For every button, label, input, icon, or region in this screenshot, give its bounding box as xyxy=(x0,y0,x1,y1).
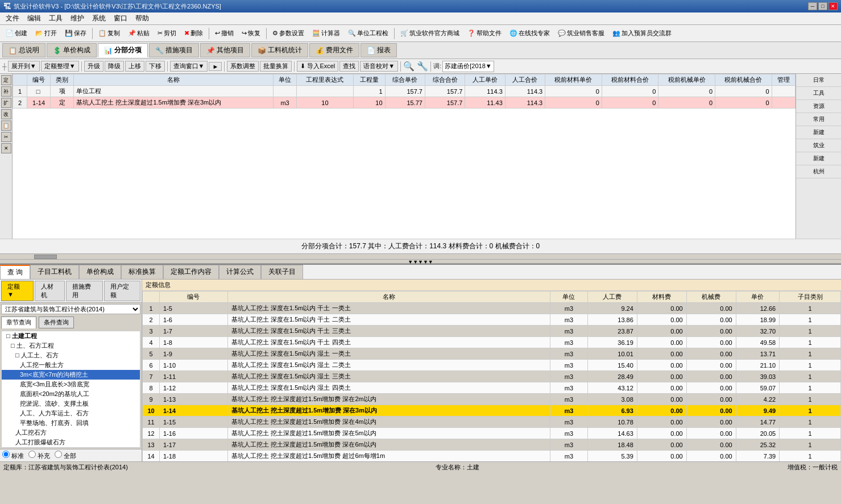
bottom-tab-content[interactable]: 定额工作内容 xyxy=(163,265,219,279)
right-panel-zhuye[interactable]: 筑业 xyxy=(796,139,841,152)
speech-btn[interactable]: 语音校对▼ xyxy=(360,61,398,72)
row1-totalprice[interactable]: 157.7 xyxy=(425,86,465,97)
right-panel-tools[interactable]: 工具 xyxy=(796,87,841,100)
icon-btn1[interactable]: 🔍 xyxy=(403,61,415,72)
menu-file[interactable]: 文件 xyxy=(2,13,23,24)
sidebar-icon-4[interactable]: 改 xyxy=(1,109,11,119)
coeff-adjust-btn[interactable]: 系数调整 xyxy=(227,61,259,72)
quota-table-row[interactable]: 5 1-9 基坑人工挖土 深度在1.5m以内 湿土 一类土 m3 10.01 0… xyxy=(143,348,841,360)
collapse-handle[interactable]: ▼▼▼▼▼ xyxy=(0,259,841,264)
qrow-code[interactable]: 1-9 xyxy=(160,348,228,360)
tree-item-soil-eng[interactable]: □ 土建工程 xyxy=(2,331,140,341)
expand-to-btn[interactable]: 展开到▼ xyxy=(8,61,40,72)
quota-table-row[interactable]: 12 1-16 基坑人工挖土 挖土深度超过1.5m增加费 深在5m以内 m3 1… xyxy=(143,428,841,439)
mall-button[interactable]: 🛒 筑业软件官方商城 xyxy=(397,27,463,39)
condition-search-tab[interactable]: 条件查询 xyxy=(39,316,74,328)
row2-type[interactable]: 定 xyxy=(51,97,74,109)
bottom-tab-exchange[interactable]: 标准换算 xyxy=(121,265,163,279)
chapter-search-tab[interactable]: 章节查询 xyxy=(1,316,36,328)
qrow-name[interactable]: 基坑人工挖土 挖土深度超过1.5m增加费 深在4m以内 xyxy=(227,416,550,428)
tab-report[interactable]: 📄 报表 xyxy=(361,43,397,57)
qrow-code[interactable]: 1-6 xyxy=(160,314,228,326)
calc-button[interactable]: 🧮 计算器 xyxy=(309,27,343,39)
menu-tools[interactable]: 工具 xyxy=(45,13,66,24)
menu-window[interactable]: 窗口 xyxy=(110,13,131,24)
qrow-code[interactable]: 1-15 xyxy=(160,416,228,428)
service-button[interactable]: 💬 筑业销售客服 xyxy=(554,27,608,39)
qrow-name[interactable]: 基坑人工挖土 深度在1.5m以内 湿土 三类土 xyxy=(227,371,550,382)
qrow-name[interactable]: 基坑人工挖土 深度在1.5m以内 干土 四类土 xyxy=(227,337,550,348)
row2-formula[interactable]: 10 xyxy=(297,97,354,109)
quota-table-row[interactable]: 1 1-5 基坑人工挖土 深度在1.5m以内 干土 一类土 m3 9.24 0.… xyxy=(143,303,841,314)
quota-table-row[interactable]: 10 1-14 基坑人工挖土 挖土深度超过1.5m增加费 深在3m以内 m3 6… xyxy=(143,405,841,416)
qrow-name[interactable]: 基坑人工挖土 深度在1.5m以内 湿土 一类土 xyxy=(227,348,550,360)
qrow-code[interactable]: 1-5 xyxy=(160,303,228,314)
row2-qty[interactable]: 10 xyxy=(353,97,385,109)
tree-item-transport[interactable]: 人工、人力车运土、石方 xyxy=(2,409,140,418)
sidebar-icon-2[interactable]: 补 xyxy=(1,86,11,97)
row1-labortotal[interactable]: 114.3 xyxy=(505,86,545,97)
qrow-code[interactable]: 1-11 xyxy=(160,371,228,382)
tree-item-manual[interactable]: □ 人工土、石方 xyxy=(2,351,140,360)
row1-mattotal[interactable]: 0 xyxy=(602,86,658,97)
helpfile-button[interactable]: ❓ 帮助文件 xyxy=(464,27,505,39)
qrow-name[interactable]: 基坑人工挖土 深度在1.5m以内 干土 三类土 xyxy=(227,326,550,337)
qrow-name[interactable]: 基坑人工挖土 深度在1.5m以内 湿土 二类土 xyxy=(227,360,550,371)
tree-item-blast[interactable]: 人工打眼爆破石方 xyxy=(2,438,140,447)
menu-maintain[interactable]: 维护 xyxy=(67,13,88,24)
find-btn[interactable]: 查找 xyxy=(339,61,359,72)
bottom-tab-unitprice[interactable]: 单价构成 xyxy=(79,265,121,279)
upgrade-btn[interactable]: 升级 xyxy=(84,61,103,72)
menu-help[interactable]: 帮助 xyxy=(132,13,152,24)
row1-mechunit[interactable]: 0 xyxy=(658,86,715,97)
radio-supplement[interactable]: 补充 xyxy=(28,451,50,460)
radio-standard[interactable]: 标准 xyxy=(2,451,24,460)
right-panel-common[interactable]: 常用 xyxy=(796,113,841,126)
sidebar-icon-1[interactable]: 定 xyxy=(1,75,11,85)
sub-tab-measures[interactable]: 措施费用 xyxy=(66,281,102,301)
menu-edit[interactable]: 编辑 xyxy=(24,13,44,24)
minimize-btn[interactable]: ─ xyxy=(808,2,817,10)
province-select[interactable]: 江苏省建筑与装饰工程计价表(2014) xyxy=(1,304,140,314)
table-row[interactable]: 1 □ 项 单位工程 1 157.7 157.7 114.3 114.3 0 0… xyxy=(13,86,796,97)
right-panel-hz[interactable]: 杭州 xyxy=(796,165,841,178)
qrow-code[interactable]: 1-8 xyxy=(160,337,228,348)
tree-item-pit[interactable]: 底面积<20m2的基坑人工 xyxy=(2,389,140,399)
right-panel-resource[interactable]: 资源 xyxy=(796,100,841,113)
row1-type[interactable]: 项 xyxy=(51,86,74,97)
tree-item-dig-general[interactable]: 人工挖一般土方 xyxy=(2,360,140,370)
quota-table-row[interactable]: 4 1-8 基坑人工挖土 深度在1.5m以内 干土 四类土 m3 36.19 0… xyxy=(143,337,841,348)
redo-button[interactable]: ↪ 恢复 xyxy=(238,27,264,39)
quota-arrange-btn[interactable]: 定额整理▼ xyxy=(41,61,79,72)
qrow-name[interactable]: 基坑人工挖土 挖土深度超过1.5m增加费 深在3m以内 xyxy=(227,405,550,416)
icon-btn2[interactable]: 🔧 xyxy=(417,61,428,72)
undo-button[interactable]: ↩ 撤销 xyxy=(212,27,237,39)
sidebar-icon-5[interactable]: 📋 xyxy=(1,120,11,131)
row2-unit[interactable]: m3 xyxy=(273,97,296,109)
row2-matunit[interactable]: 0 xyxy=(545,97,602,109)
sub-tab-materials[interactable]: 人材机 xyxy=(35,281,65,301)
row1-unit[interactable] xyxy=(273,86,296,97)
save-button[interactable]: 💾 保存 xyxy=(61,27,90,39)
quota-table-row[interactable]: 9 1-13 基坑人工挖土 挖土深度超过1.5m增加费 深在2m以内 m3 3.… xyxy=(143,394,841,405)
sub-tab-quota[interactable]: 定额 ▼ xyxy=(1,281,34,301)
row1-formula[interactable] xyxy=(297,86,354,97)
quota-table-row[interactable]: 8 1-12 基坑人工挖土 深度在1.5m以内 湿土 四类土 m3 43.12 … xyxy=(143,382,841,394)
tree-item-clean[interactable]: 人工清理槽、坑、地面石 xyxy=(2,447,140,448)
sidebar-icon-3[interactable]: 扩 xyxy=(1,98,11,108)
h-scrollbar[interactable] xyxy=(0,253,841,259)
tab-sections[interactable]: 📊 分部分项 xyxy=(98,43,148,57)
qrow-name[interactable]: 基坑人工挖土 深度在1.5m以内 干土 二类土 xyxy=(227,314,550,326)
tree-item-rock[interactable]: 人工挖石方 xyxy=(2,428,140,438)
tab-summary[interactable]: 📋 总说明 xyxy=(2,43,45,57)
move-up-btn[interactable]: 上移 xyxy=(125,61,144,72)
query-window-btn[interactable]: 查询窗口▼ xyxy=(170,61,208,72)
tree-item-level[interactable]: 平整场地、打底夯、回填 xyxy=(2,418,140,428)
row1-code[interactable]: □ xyxy=(27,86,51,97)
quota-table-row[interactable]: 6 1-10 基坑人工挖土 深度在1.5m以内 湿土 二类土 m3 15.40 … xyxy=(143,360,841,371)
move-down-btn[interactable]: 下移 xyxy=(146,61,165,72)
import-excel-btn[interactable]: ⬇ 导入Excel xyxy=(297,61,338,72)
tree-item-trench[interactable]: 3m<底宽<7m的沟槽挖土 xyxy=(2,370,140,380)
group-button[interactable]: 👥 加入预算员交流群 xyxy=(609,27,675,39)
qrow-name[interactable]: 基坑人工挖土 挖土深度超过1.5m增加费 深在5m以内 xyxy=(227,428,550,439)
